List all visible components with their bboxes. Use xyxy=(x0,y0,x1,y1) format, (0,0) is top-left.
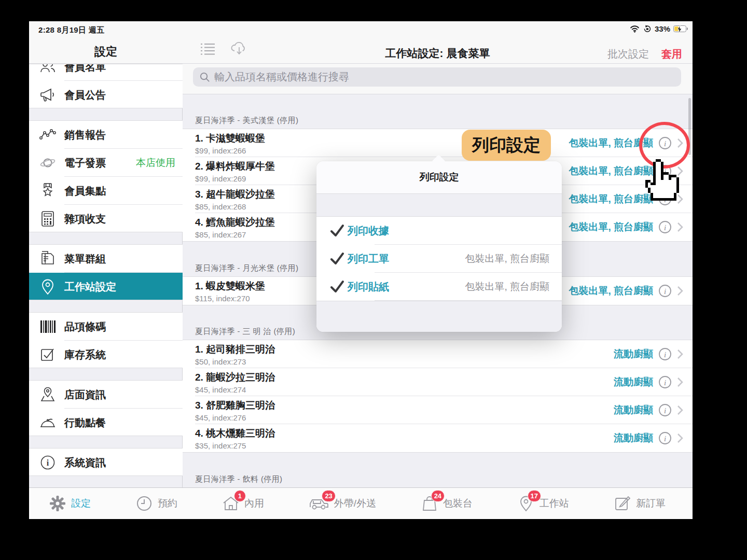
pin-icon: 17 xyxy=(517,495,535,512)
status-icons: 33% xyxy=(630,24,686,33)
station-label: 包裝出單, 煎台廚顯 xyxy=(569,164,653,178)
tab-label: 包裝台 xyxy=(443,497,473,510)
info-circle-icon[interactable]: i xyxy=(658,220,672,234)
svg-text:i: i xyxy=(664,195,666,204)
sidebar-item-store-info[interactable]: 店面資訊 xyxy=(29,381,183,409)
print-sticker-option[interactable]: 列印貼紙 包裝出單, 煎台廚顯 xyxy=(316,273,562,301)
tab-label: 內用 xyxy=(244,497,264,510)
station-label: 流動廚顯 xyxy=(614,375,653,389)
tab-settings[interactable]: 設定 xyxy=(49,495,91,512)
item-detail: $85, index:268 xyxy=(195,202,275,211)
tab-dine-in[interactable]: 1 內用 xyxy=(222,495,264,512)
item-name: 2. 爆料炸蝦厚牛堡 xyxy=(195,160,275,173)
sidebar-item-barcode[interactable]: 品項條碼 xyxy=(29,313,183,341)
station-label: 包裝出單, 煎台廚顯 xyxy=(569,284,653,298)
pin-icon xyxy=(38,278,57,295)
sidebar-item-label: 銷售報告 xyxy=(64,128,106,142)
print-settings-callout: 列印設定 xyxy=(462,130,551,161)
calculator-icon xyxy=(38,211,57,227)
info-circle-icon[interactable]: i xyxy=(658,347,672,361)
svg-text:i: i xyxy=(664,223,666,232)
tab-bar: 設定 預約 1 內用 23 外帶/外送 24 xyxy=(29,487,693,519)
chevron-right-icon[interactable] xyxy=(677,222,683,232)
sidebar-item-system-info[interactable]: i 系統資訊 xyxy=(29,449,183,476)
sidebar-item-sales-report[interactable]: 銷售報告 xyxy=(29,121,183,149)
print-ticket-option[interactable]: 列印工單 包裝出單, 煎台廚顯 xyxy=(316,245,562,273)
chevron-right-icon[interactable] xyxy=(677,349,683,359)
check-icon xyxy=(330,280,344,293)
menu-item-row[interactable]: 1. 卡滋雙蝦蝦堡$99, index:266 包裝出單, 煎台廚顯 i xyxy=(183,129,693,157)
info-circle-icon[interactable]: i xyxy=(658,192,672,206)
sidebar-group-members: 會員名單 會員公告 xyxy=(29,64,183,108)
menu-item-row[interactable]: 4. 桃木燻雞三明治$35, index:275 流動廚顯 i xyxy=(183,424,693,452)
chevron-right-icon[interactable] xyxy=(677,377,683,387)
tab-workstation[interactable]: 17 工作站 xyxy=(517,495,569,512)
menu-group-sandwiches: 1. 起司豬排三明治$50, index:273 流動廚顯 i 2. 龍蝦沙拉三… xyxy=(183,340,693,453)
chevron-right-icon[interactable] xyxy=(677,405,683,415)
tab-takeout-delivery[interactable]: 23 外帶/外送 xyxy=(309,495,376,512)
tab-packing-station[interactable]: 24 包裝台 xyxy=(421,495,473,512)
badge: 17 xyxy=(528,490,541,502)
sidebar-item-misc-income-expense[interactable]: 雜項收支 xyxy=(29,205,183,232)
tab-new-order[interactable]: 新訂單 xyxy=(614,495,666,512)
menu-item-row[interactable]: 1. 起司豬排三明治$50, index:273 流動廚顯 i xyxy=(183,340,693,368)
sidebar-group-store: 店面資訊 行動點餐 xyxy=(29,380,183,436)
station-label: 包裝出單, 煎台廚顯 xyxy=(569,192,653,206)
chevron-right-icon[interactable] xyxy=(677,286,683,296)
item-detail: $45, index:276 xyxy=(195,413,275,422)
tab-label: 新訂單 xyxy=(636,497,666,510)
chevron-right-icon[interactable] xyxy=(677,194,683,204)
info-circle-icon[interactable]: i xyxy=(658,403,672,417)
svg-text:i: i xyxy=(664,287,666,296)
tab-label: 設定 xyxy=(71,497,91,510)
sidebar-item-label: 店面資訊 xyxy=(64,388,106,402)
option-label: 列印工單 xyxy=(348,252,389,266)
chevron-right-icon[interactable] xyxy=(677,433,683,443)
sidebar-item-inventory[interactable]: 庫存系統 xyxy=(29,341,183,368)
menu-item-row[interactable]: 2. 龍蝦沙拉三明治$45, index:274 流動廚顯 i xyxy=(183,368,693,396)
sidebar-item-member-points[interactable]: 會員集點 xyxy=(29,177,183,205)
info-circle-icon[interactable]: i xyxy=(658,284,672,298)
batch-settings-button[interactable]: 批次設定 xyxy=(607,47,649,61)
apply-button[interactable]: 套用 xyxy=(661,47,682,61)
info-circle-icon[interactable]: i xyxy=(658,431,672,445)
sidebar-item-member-list[interactable]: 會員名單 xyxy=(29,64,183,81)
app-frame: 2:28 8月19日 週五 33% 設定 工作站設定: 晨食菜單 批次設定 套用… xyxy=(29,21,693,519)
svg-text:i: i xyxy=(664,379,666,387)
sidebar-item-mobile-ordering[interactable]: 行動點餐 xyxy=(29,409,183,436)
sidebar-group-items: 品項條碼 庫存系統 xyxy=(29,312,183,368)
info-circle-icon[interactable]: i xyxy=(658,375,672,389)
tab-reservations[interactable]: 預約 xyxy=(135,495,177,512)
chevron-right-icon[interactable] xyxy=(677,166,683,176)
sidebar-title: 設定 xyxy=(29,44,183,60)
item-name: 1. 卡滋雙蝦蝦堡 xyxy=(195,132,265,145)
sidebar-item-menu-groups[interactable]: 菜單群組 xyxy=(29,245,183,273)
station-label: 包裝出單, 煎台廚顯 xyxy=(569,220,653,234)
print-receipt-option[interactable]: 列印收據 xyxy=(316,217,562,245)
sidebar-item-label: 菜單群組 xyxy=(64,252,106,266)
sidebar-item-workstation-settings[interactable]: 工作站設定 xyxy=(29,273,183,300)
tab-label: 預約 xyxy=(158,497,177,510)
item-name: 3. 舒肥雞胸三明治 xyxy=(195,399,275,412)
search-input[interactable]: 輸入品項名稱或價格進行搜尋 xyxy=(193,67,681,87)
e-invoice-icon xyxy=(38,155,57,171)
sidebar-item-e-invoice[interactable]: 電子發票 本店使用 xyxy=(29,149,183,177)
checkbox-icon xyxy=(38,347,57,362)
search-placeholder: 輸入品項名稱或價格進行搜尋 xyxy=(214,70,349,84)
status-time-date: 2:28 8月19日 週五 xyxy=(38,25,104,35)
item-detail: $115, index:270 xyxy=(195,294,265,303)
section-header: 夏日海洋季 - 美式漢堡 (停用) xyxy=(195,111,662,129)
station-label: 流動廚顯 xyxy=(614,403,653,417)
item-name: 1. 蝦皮雙蝦米堡 xyxy=(195,279,265,293)
svg-text:i: i xyxy=(664,351,666,359)
sidebar-item-label: 工作站設定 xyxy=(64,280,116,294)
option-value: 包裝出單, 煎台廚顯 xyxy=(465,252,549,265)
item-name: 2. 龍蝦沙拉三明治 xyxy=(195,371,275,384)
sidebar-item-label: 電子發票 xyxy=(64,156,106,170)
sidebar-item-member-announcement[interactable]: 會員公告 xyxy=(29,81,183,108)
sidebar-group-reports: 銷售報告 電子發票 本店使用 會員集點 雜項收支 xyxy=(29,120,183,232)
sidebar-item-label: 會員名單 xyxy=(64,64,106,74)
battery-icon xyxy=(673,25,686,32)
menu-item-row[interactable]: 3. 舒肥雞胸三明治$45, index:276 流動廚顯 i xyxy=(183,396,693,424)
item-name: 1. 起司豬排三明治 xyxy=(195,343,275,356)
